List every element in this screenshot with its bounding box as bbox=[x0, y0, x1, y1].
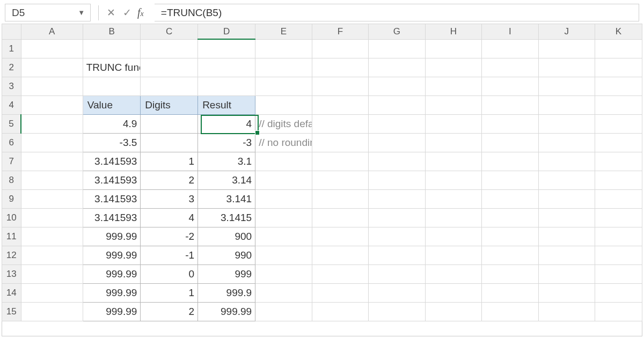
row-header[interactable]: 14 bbox=[2, 283, 21, 302]
cell-digits[interactable]: 4 bbox=[141, 208, 198, 227]
cell[interactable] bbox=[425, 39, 481, 58]
check-icon[interactable]: ✓ bbox=[119, 5, 135, 21]
cell[interactable] bbox=[482, 39, 538, 58]
cell-result[interactable]: -3 bbox=[198, 133, 255, 152]
col-header-H[interactable]: H bbox=[425, 24, 481, 39]
cell[interactable] bbox=[255, 152, 312, 171]
col-header-F[interactable]: F bbox=[312, 24, 368, 39]
cell[interactable] bbox=[595, 302, 642, 321]
cell[interactable] bbox=[21, 246, 83, 264]
cell[interactable] bbox=[255, 39, 312, 58]
row-header[interactable]: 9 bbox=[2, 189, 21, 208]
cell[interactable] bbox=[538, 114, 595, 133]
row-header[interactable]: 15 bbox=[2, 302, 21, 321]
cell[interactable] bbox=[425, 171, 481, 189]
cell[interactable] bbox=[425, 264, 481, 283]
cell[interactable] bbox=[482, 152, 538, 171]
cell[interactable] bbox=[425, 302, 481, 321]
cell-digits[interactable]: -1 bbox=[141, 246, 198, 264]
cell-result[interactable]: 3.141 bbox=[198, 189, 255, 208]
cell[interactable] bbox=[312, 264, 368, 283]
col-header-J[interactable]: J bbox=[538, 24, 595, 39]
cell[interactable] bbox=[425, 58, 481, 77]
row-header[interactable]: 8 bbox=[2, 171, 21, 189]
cell[interactable] bbox=[369, 39, 426, 58]
cell[interactable] bbox=[21, 171, 83, 189]
cell[interactable] bbox=[595, 95, 642, 114]
cell[interactable] bbox=[21, 283, 83, 302]
table-header-value[interactable]: Value bbox=[83, 95, 141, 114]
cell[interactable] bbox=[369, 302, 426, 321]
fx-icon[interactable]: fx bbox=[135, 6, 149, 19]
cell[interactable] bbox=[538, 95, 595, 114]
row-header[interactable]: 12 bbox=[2, 246, 21, 264]
cell-digits[interactable]: 2 bbox=[141, 171, 198, 189]
cell[interactable] bbox=[595, 208, 642, 227]
cell[interactable] bbox=[482, 171, 538, 189]
cell[interactable]: TRUNC function bbox=[83, 58, 141, 77]
cell[interactable] bbox=[538, 227, 595, 246]
cell[interactable] bbox=[482, 208, 538, 227]
cell-result[interactable]: 3.1415 bbox=[198, 208, 255, 227]
cell[interactable] bbox=[369, 152, 426, 171]
cell[interactable] bbox=[538, 152, 595, 171]
cell[interactable] bbox=[595, 264, 642, 283]
cell-result[interactable]: 3.1 bbox=[198, 152, 255, 171]
cell[interactable] bbox=[312, 39, 368, 58]
cell[interactable] bbox=[425, 246, 481, 264]
table-header-digits[interactable]: Digits bbox=[141, 95, 198, 114]
chevron-down-icon[interactable]: ▼ bbox=[78, 9, 85, 17]
cell[interactable] bbox=[482, 77, 538, 95]
cell[interactable] bbox=[21, 39, 83, 58]
col-header-C[interactable]: C bbox=[141, 24, 198, 39]
cell[interactable] bbox=[312, 246, 368, 264]
cell-result[interactable]: 4 bbox=[198, 114, 255, 133]
cell[interactable] bbox=[21, 302, 83, 321]
cell[interactable] bbox=[255, 246, 312, 264]
cell[interactable] bbox=[312, 58, 368, 77]
cell-digits[interactable] bbox=[141, 114, 198, 133]
cell[interactable] bbox=[482, 302, 538, 321]
cell[interactable] bbox=[425, 95, 481, 114]
col-header-I[interactable]: I bbox=[482, 24, 538, 39]
cell[interactable] bbox=[141, 39, 198, 58]
col-header-A[interactable]: A bbox=[21, 24, 83, 39]
cell[interactable] bbox=[255, 283, 312, 302]
cell[interactable] bbox=[369, 283, 426, 302]
cell[interactable] bbox=[21, 208, 83, 227]
select-all-corner[interactable] bbox=[2, 24, 21, 39]
cell[interactable] bbox=[538, 39, 595, 58]
cell[interactable] bbox=[369, 264, 426, 283]
cell[interactable] bbox=[312, 189, 368, 208]
row-header[interactable]: 5 bbox=[2, 114, 21, 133]
cancel-icon[interactable]: ✕ bbox=[103, 5, 119, 21]
cell[interactable] bbox=[141, 58, 198, 77]
cell[interactable] bbox=[141, 77, 198, 95]
cell[interactable] bbox=[538, 58, 595, 77]
cell-value[interactable]: 999.99 bbox=[83, 283, 141, 302]
cell[interactable] bbox=[425, 208, 481, 227]
cell[interactable] bbox=[21, 114, 83, 133]
cell-result[interactable]: 990 bbox=[198, 246, 255, 264]
cell[interactable] bbox=[369, 208, 426, 227]
cell[interactable] bbox=[425, 152, 481, 171]
cell[interactable] bbox=[369, 95, 426, 114]
cell[interactable] bbox=[482, 264, 538, 283]
cell[interactable] bbox=[369, 77, 426, 95]
cell-value[interactable]: 3.141593 bbox=[83, 171, 141, 189]
col-header-B[interactable]: B bbox=[83, 24, 141, 39]
cell-value[interactable]: 3.141593 bbox=[83, 208, 141, 227]
cell-result[interactable]: 900 bbox=[198, 227, 255, 246]
cell-digits[interactable]: 3 bbox=[141, 189, 198, 208]
cell[interactable] bbox=[482, 246, 538, 264]
row-header[interactable]: 4 bbox=[2, 95, 21, 114]
cell[interactable] bbox=[198, 58, 255, 77]
cell-value[interactable]: 4.9 bbox=[83, 114, 141, 133]
cell[interactable] bbox=[425, 77, 481, 95]
cell[interactable] bbox=[425, 189, 481, 208]
cell[interactable] bbox=[425, 114, 481, 133]
cell-value[interactable]: 999.99 bbox=[83, 227, 141, 246]
cell[interactable] bbox=[425, 227, 481, 246]
cell[interactable] bbox=[255, 58, 312, 77]
cell[interactable] bbox=[595, 39, 642, 58]
